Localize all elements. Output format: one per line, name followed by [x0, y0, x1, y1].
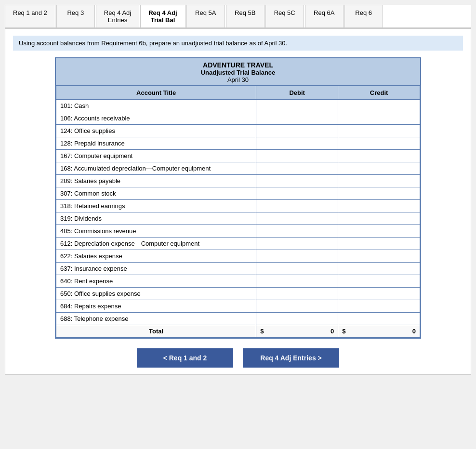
debit-input[interactable]: [260, 290, 334, 298]
debit-input[interactable]: [260, 252, 334, 260]
next-button[interactable]: Req 4 Adj Entries >: [243, 348, 339, 368]
account-name-cell: 612: Depreciation expense—Computer equip…: [56, 238, 256, 250]
total-debit-prefix: $: [260, 328, 264, 335]
debit-input[interactable]: [260, 114, 334, 122]
credit-cell[interactable]: [338, 175, 420, 187]
debit-input[interactable]: [260, 277, 334, 285]
credit-cell[interactable]: [338, 300, 420, 313]
credit-input[interactable]: [342, 139, 416, 147]
credit-input[interactable]: [342, 277, 416, 285]
tab-req4adj-trialbal[interactable]: Req 4 AdjTrial Bal: [140, 5, 185, 28]
debit-cell[interactable]: [256, 187, 338, 200]
credit-cell[interactable]: [338, 225, 420, 238]
credit-cell[interactable]: [338, 187, 420, 200]
tab-req4adj-entries[interactable]: Req 4 AdjEntries: [96, 5, 139, 27]
account-name-cell: 168: Accumulated depreciation—Computer e…: [56, 162, 256, 175]
tab-req5c[interactable]: Req 5C: [265, 5, 304, 27]
total-credit-cell: $0: [338, 325, 420, 338]
tab-req5b[interactable]: Req 5B: [226, 5, 264, 27]
table-row: 101: Cash: [56, 100, 420, 112]
debit-cell[interactable]: [256, 150, 338, 162]
debit-cell[interactable]: [256, 300, 338, 313]
credit-cell[interactable]: [338, 275, 420, 288]
debit-input[interactable]: [260, 315, 334, 323]
account-name-cell: 319: Dividends: [56, 212, 256, 225]
debit-input[interactable]: [260, 202, 334, 210]
debit-cell[interactable]: [256, 112, 338, 125]
credit-cell[interactable]: [338, 112, 420, 125]
credit-input[interactable]: [342, 177, 416, 185]
credit-cell[interactable]: [338, 263, 420, 275]
credit-input[interactable]: [342, 239, 416, 248]
table-row: 622: Salaries expense: [56, 250, 420, 263]
credit-input[interactable]: [342, 227, 416, 235]
debit-cell[interactable]: [256, 288, 338, 300]
credit-input[interactable]: [342, 202, 416, 210]
credit-cell[interactable]: [338, 162, 420, 175]
debit-cell[interactable]: [256, 137, 338, 150]
debit-cell[interactable]: [256, 175, 338, 187]
credit-input[interactable]: [342, 164, 416, 172]
tab-req1and2[interactable]: Req 1 and 2: [5, 5, 55, 27]
credit-input[interactable]: [342, 252, 416, 260]
credit-input[interactable]: [342, 189, 416, 198]
debit-cell[interactable]: [256, 250, 338, 263]
credit-input[interactable]: [342, 302, 416, 310]
debit-cell[interactable]: [256, 313, 338, 325]
credit-cell[interactable]: [338, 250, 420, 263]
total-credit-value: 0: [412, 328, 416, 335]
credit-cell[interactable]: [338, 200, 420, 212]
credit-cell[interactable]: [338, 238, 420, 250]
credit-input[interactable]: [342, 102, 416, 110]
credit-cell[interactable]: [338, 100, 420, 112]
debit-cell[interactable]: [256, 212, 338, 225]
debit-cell[interactable]: [256, 225, 338, 238]
bottom-nav: < Req 1 and 2 Req 4 Adj Entries >: [13, 348, 463, 368]
debit-input[interactable]: [260, 152, 334, 160]
total-debit-cell: $0: [256, 325, 338, 338]
credit-input[interactable]: [342, 264, 416, 273]
debit-input[interactable]: [260, 302, 334, 310]
debit-cell[interactable]: [256, 238, 338, 250]
debit-cell[interactable]: [256, 275, 338, 288]
tab-req3[interactable]: Req 3: [56, 5, 95, 27]
credit-input[interactable]: [342, 214, 416, 223]
debit-cell[interactable]: [256, 162, 338, 175]
debit-cell[interactable]: [256, 100, 338, 112]
credit-cell[interactable]: [338, 288, 420, 300]
debit-input[interactable]: [260, 102, 334, 110]
credit-input[interactable]: [342, 290, 416, 298]
debit-input[interactable]: [260, 139, 334, 147]
account-name-cell: 622: Salaries expense: [56, 250, 256, 263]
credit-input[interactable]: [342, 127, 416, 135]
tab-req5a[interactable]: Req 5A: [186, 5, 225, 27]
credit-cell[interactable]: [338, 125, 420, 137]
accounts-table: Account Title Debit Credit 101: Cash106:…: [56, 86, 420, 338]
debit-input[interactable]: [260, 164, 334, 172]
debit-input[interactable]: [260, 127, 334, 135]
debit-input[interactable]: [260, 239, 334, 248]
credit-cell[interactable]: [338, 137, 420, 150]
debit-input[interactable]: [260, 177, 334, 185]
table-row: 318: Retained earnings: [56, 200, 420, 212]
account-name-cell: 688: Telephone expense: [56, 313, 256, 325]
debit-cell[interactable]: [256, 125, 338, 137]
credit-cell[interactable]: [338, 313, 420, 325]
account-name-cell: 128: Prepaid insurance: [56, 137, 256, 150]
debit-input[interactable]: [260, 264, 334, 273]
debit-cell[interactable]: [256, 263, 338, 275]
credit-input[interactable]: [342, 114, 416, 122]
debit-input[interactable]: [260, 227, 334, 235]
table-row: 405: Commissions revenue: [56, 225, 420, 238]
tab-req6a[interactable]: Req 6A: [305, 5, 344, 27]
tab-req6[interactable]: Req 6: [344, 5, 383, 27]
debit-input[interactable]: [260, 189, 334, 198]
debit-cell[interactable]: [256, 200, 338, 212]
credit-cell[interactable]: [338, 150, 420, 162]
prev-button[interactable]: < Req 1 and 2: [137, 348, 233, 368]
debit-input[interactable]: [260, 214, 334, 223]
credit-cell[interactable]: [338, 212, 420, 225]
credit-input[interactable]: [342, 315, 416, 323]
instruction-text: Using account balances from Requirement …: [13, 36, 463, 51]
credit-input[interactable]: [342, 152, 416, 160]
